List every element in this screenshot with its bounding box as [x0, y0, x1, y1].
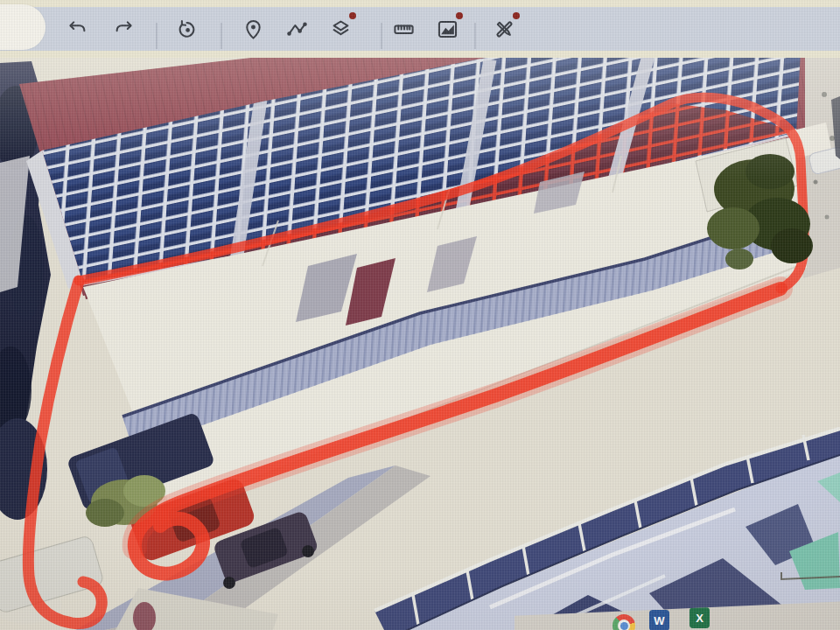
reset-view-button[interactable] — [167, 10, 206, 48]
draw-path-icon — [285, 18, 309, 41]
reset-view-icon — [175, 18, 199, 41]
layers-icon — [329, 18, 353, 41]
partial-floating-button — [0, 4, 46, 50]
measure-ruler-button[interactable] — [384, 10, 423, 48]
location-pin-button[interactable] — [234, 10, 272, 48]
elevation-chart-icon — [436, 18, 459, 41]
measure-ruler-icon — [392, 18, 416, 41]
toolbar-divider — [220, 23, 222, 49]
design-tools-icon — [493, 18, 516, 41]
notification-dot — [349, 12, 356, 19]
photographed-screen: WX — [0, 0, 840, 630]
elevation-chart-button[interactable] — [428, 10, 466, 48]
toolbar-divider — [474, 23, 476, 49]
undo-icon — [66, 18, 89, 41]
word-taskbar-icon[interactable]: W — [649, 610, 669, 630]
excel-taskbar-icon[interactable]: X — [690, 607, 710, 628]
map-toolbar — [0, 7, 840, 51]
chrome-taskbar-icon[interactable] — [612, 614, 635, 630]
draw-path-button[interactable] — [277, 10, 316, 48]
notification-dot — [456, 12, 463, 19]
design-tools-button[interactable] — [485, 10, 523, 48]
redo-icon — [112, 18, 136, 41]
toolbar-divider — [381, 23, 382, 49]
map-canvas[interactable] — [0, 58, 840, 630]
glare — [0, 58, 840, 180]
notification-dot — [513, 12, 520, 19]
redo-button[interactable] — [104, 10, 143, 48]
toolbar-divider — [156, 23, 158, 49]
layers-button[interactable] — [321, 10, 360, 48]
location-pin-icon — [242, 18, 265, 41]
undo-button[interactable] — [58, 10, 96, 48]
